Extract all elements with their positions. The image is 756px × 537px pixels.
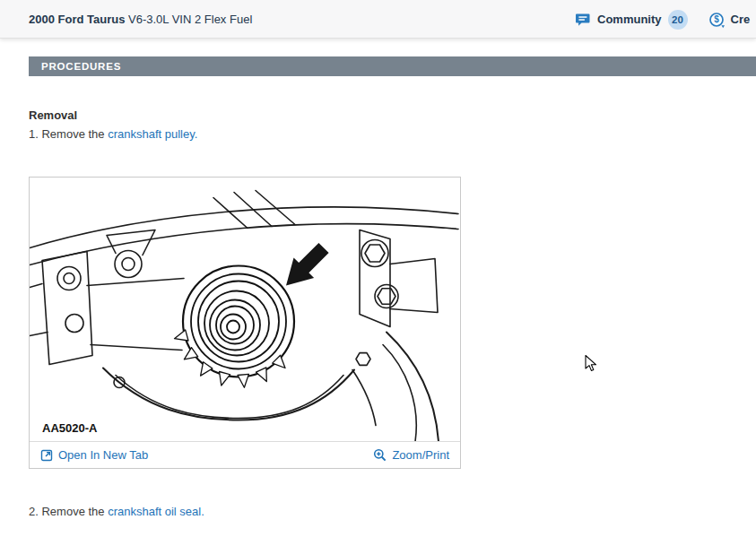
step-1: 1. Remove the crankshaft pulley. bbox=[29, 127, 197, 141]
figure-illustration: AA5020-A bbox=[30, 178, 460, 442]
external-link-icon bbox=[40, 449, 53, 462]
vehicle-title: 2000 Ford Taurus V6-3.0L VIN 2 Flex Fuel bbox=[29, 13, 252, 26]
community-chat-icon bbox=[575, 13, 591, 27]
svg-text:$: $ bbox=[714, 14, 719, 24]
removal-heading: Removal bbox=[29, 108, 77, 122]
header-actions: Community 20 $ Cre bbox=[575, 0, 750, 39]
vehicle-title-rest: V6-3.0L VIN 2 Flex Fuel bbox=[125, 13, 252, 26]
crankshaft-oil-seal-link[interactable]: crankshaft oil seal. bbox=[108, 505, 204, 518]
mouse-cursor-icon bbox=[585, 355, 601, 377]
figure-label: AA5020-A bbox=[42, 421, 97, 435]
zoom-print-label: Zoom/Print bbox=[392, 448, 449, 462]
credits-label: Cre bbox=[731, 13, 751, 26]
procedures-section-header: PROCEDURES bbox=[29, 56, 756, 76]
figure-toolbar: Open In New Tab Zoom/Print bbox=[30, 442, 460, 468]
step-2-text: 2. Remove the bbox=[29, 505, 108, 518]
open-in-new-tab-button[interactable]: Open In New Tab bbox=[40, 448, 148, 462]
crankshaft-pulley-link[interactable]: crankshaft pulley. bbox=[108, 127, 197, 141]
crankshaft-pulley-drawing bbox=[30, 178, 460, 442]
figure-panel: AA5020-A Open In New Tab Z bbox=[29, 177, 461, 469]
credits-button[interactable]: $ Cre bbox=[708, 11, 751, 29]
step-2: 2. Remove the crankshaft oil seal. bbox=[29, 505, 204, 518]
zoom-print-button[interactable]: Zoom/Print bbox=[373, 448, 449, 462]
community-button[interactable]: Community 20 bbox=[575, 10, 688, 30]
vehicle-title-bold: 2000 Ford Taurus bbox=[29, 13, 125, 26]
credits-dollar-icon: $ bbox=[708, 11, 726, 29]
magnifier-plus-icon bbox=[373, 448, 387, 462]
open-in-new-tab-label: Open In New Tab bbox=[58, 448, 148, 462]
community-count-badge: 20 bbox=[668, 10, 688, 30]
top-header-bar: 2000 Ford Taurus V6-3.0L VIN 2 Flex Fuel… bbox=[0, 0, 756, 39]
community-label: Community bbox=[597, 13, 662, 26]
indicator-arrow bbox=[286, 243, 329, 286]
step-1-text: 1. Remove the bbox=[29, 127, 108, 141]
